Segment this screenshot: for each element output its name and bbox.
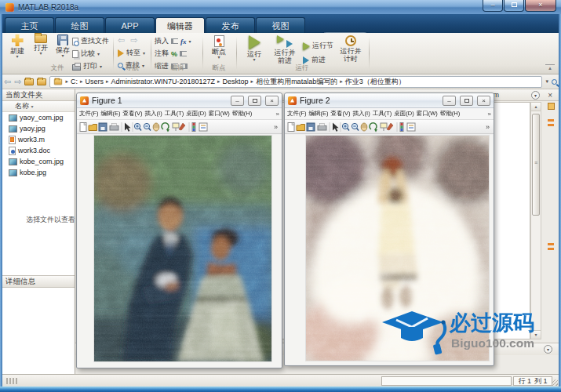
forward-icon[interactable]: ⇨ <box>14 77 21 87</box>
breadcrumb-item[interactable]: 作业3（相位重构） <box>345 77 406 87</box>
run-advance-button[interactable]: 运行并前进 <box>270 35 300 65</box>
ribbon-collapse-icon[interactable]: ▴ <box>545 64 555 71</box>
menu-tools[interactable]: 工具(T) <box>373 110 392 118</box>
ribbon-separator <box>369 37 370 70</box>
insert-row[interactable]: 插入fx▾ <box>155 36 191 46</box>
analyzer-status-icon[interactable] <box>548 103 555 110</box>
scroll-up-icon[interactable]: ▴ <box>531 103 541 111</box>
folder-up-icon[interactable] <box>24 78 34 85</box>
fig-restore-button[interactable] <box>460 96 473 106</box>
close-button[interactable]: × <box>525 0 556 12</box>
menu-desktop[interactable]: 桌面(D) <box>394 110 413 118</box>
breakpoints-button[interactable]: 断点 ▾ <box>205 35 233 60</box>
tab-editor[interactable]: 编辑器 <box>155 17 205 33</box>
figure-toolbar-icons <box>286 121 426 133</box>
line-col-indicator: 行 1 列 1 <box>513 376 552 386</box>
breadcrumb-item[interactable]: C: <box>71 78 78 85</box>
scrollbar-thumb[interactable] <box>532 114 540 216</box>
menu-edit[interactable]: 编辑(E) <box>101 110 121 118</box>
figure1-window[interactable]: Figure 1 – × 文件(F) 编辑(E) 查看(V) 插入(I) 工具(… <box>76 93 282 368</box>
breadcrumb-item[interactable]: Desktop <box>223 78 249 85</box>
file-row[interactable]: kobe.jpg <box>2 167 75 178</box>
breadcrumb-item[interactable]: 相位重构用matalab编写的 <box>256 77 337 87</box>
fig-restore-button[interactable] <box>248 96 261 106</box>
panel-collapse-icon[interactable]: ▾ <box>544 345 552 354</box>
open-icon <box>35 34 47 43</box>
menu-overflow-icon[interactable]: » <box>276 111 279 118</box>
file-row[interactable]: yaoy.jpg <box>2 123 75 134</box>
breadcrumb-item[interactable]: Administrator.WIN7U-20180127Z <box>111 78 216 85</box>
menu-desktop[interactable]: 桌面(D) <box>186 110 206 118</box>
menu-view[interactable]: 查看(V) <box>123 110 143 118</box>
find-files-icon <box>72 38 78 45</box>
file-row[interactable]: work3.m <box>2 134 75 145</box>
ribbon-tab-bar: 主页 绘图 APP 编辑器 发布 视图 ✂ ↶ ↷ ? ▾ 登录 <box>0 14 561 33</box>
figure-toolbar-icons <box>78 121 218 133</box>
menu-insert[interactable]: 插入(I) <box>145 110 162 118</box>
back-icon[interactable]: ⇦ <box>4 77 11 87</box>
minimize-button[interactable]: – <box>483 0 503 12</box>
graduation-cap-icon <box>382 311 446 355</box>
file-row[interactable]: yaoy_com.jpg <box>2 112 75 123</box>
editor-close-icon[interactable]: × <box>548 91 552 100</box>
file-section-label: 文件 <box>3 64 111 73</box>
editor-minimize-icon[interactable]: ▾ <box>531 91 540 100</box>
run-section-button[interactable]: 运行节 <box>303 41 333 51</box>
figure1-titlebar[interactable]: Figure 1 – × <box>77 93 282 108</box>
tab-apps[interactable]: APP <box>105 17 155 33</box>
noisy-wedding-photo <box>94 136 271 361</box>
window-border-left <box>0 14 2 390</box>
figure1-toolbar[interactable]: » <box>77 120 282 134</box>
fig-close-button[interactable]: × <box>477 96 490 106</box>
menu-window[interactable]: 窗口(W) <box>209 110 230 118</box>
find-files-button[interactable]: 查找文件 <box>72 36 109 46</box>
tab-publish[interactable]: 发布 <box>206 17 255 33</box>
details-body <box>2 288 75 374</box>
nav-back-forward-icons[interactable]: ⇦ ⇨ <box>118 35 140 45</box>
fig-close-button[interactable]: × <box>265 96 279 106</box>
figure2-toolbar[interactable]: » <box>285 120 494 134</box>
menu-file[interactable]: 文件(F) <box>79 110 99 118</box>
compare-button[interactable]: 比较▾ <box>72 49 100 59</box>
tab-home[interactable]: 主页 <box>5 17 54 33</box>
menu-edit[interactable]: 编辑(E) <box>309 110 329 118</box>
tab-plots[interactable]: 绘图 <box>55 17 104 33</box>
breadcrumb[interactable]: ▸ C: ▸ Users ▸ Administrator.WIN7U-20180… <box>49 76 542 88</box>
run-button[interactable]: 运行 ▾ <box>240 35 268 62</box>
menu-window[interactable]: 窗口(W) <box>417 110 438 118</box>
save-disk-icon <box>57 34 68 45</box>
breakpoints-section-label: 断点 <box>202 64 235 73</box>
run-icon <box>249 35 260 49</box>
maximize-button[interactable] <box>504 0 524 12</box>
browse-folder-icon[interactable] <box>37 78 46 85</box>
comment-icon[interactable]: % <box>171 50 177 58</box>
goto-button[interactable]: 转至▾ <box>118 48 145 58</box>
address-dropdown-icon[interactable]: ▾ <box>545 78 548 85</box>
fig-minimize-button[interactable]: – <box>443 96 456 106</box>
tab-view[interactable]: 视图 <box>256 17 305 33</box>
fig-minimize-button[interactable]: – <box>231 96 244 106</box>
editor-scrollbar[interactable]: ▴ ▾ <box>530 102 541 339</box>
file-row[interactable]: kobe_com.jpg <box>2 156 75 167</box>
file-row[interactable]: work3.doc <box>2 145 75 156</box>
menu-file[interactable]: 文件(F) <box>287 110 307 118</box>
fx-icon[interactable]: fx <box>180 38 187 45</box>
menu-help[interactable]: 帮助(H) <box>232 110 252 118</box>
resize-grip[interactable] <box>552 379 558 386</box>
menu-view[interactable]: 查看(V) <box>331 110 351 118</box>
address-search-icon[interactable] <box>552 79 557 85</box>
figure2-titlebar[interactable]: Figure 2 – × <box>285 93 494 108</box>
menu-insert[interactable]: 插入(I) <box>353 110 370 118</box>
menu-overflow-icon[interactable]: » <box>488 111 491 118</box>
comment-row[interactable]: 注释% <box>155 49 187 59</box>
matlab-logo-icon <box>5 3 14 12</box>
breadcrumb-item[interactable]: Users <box>85 78 104 85</box>
menu-help[interactable]: 帮助(H) <box>440 110 460 118</box>
brand-cn: 必过源码 <box>449 311 534 335</box>
run-time-button[interactable]: 运行并计时 <box>336 35 366 64</box>
toolbar-overflow-icon[interactable]: » <box>486 123 492 131</box>
menu-tools[interactable]: 工具(T) <box>165 110 184 118</box>
toolbar-overflow-icon[interactable]: » <box>274 123 280 131</box>
mfile-icon <box>9 136 16 144</box>
name-column-header[interactable]: 名称 ▾ <box>2 101 75 112</box>
